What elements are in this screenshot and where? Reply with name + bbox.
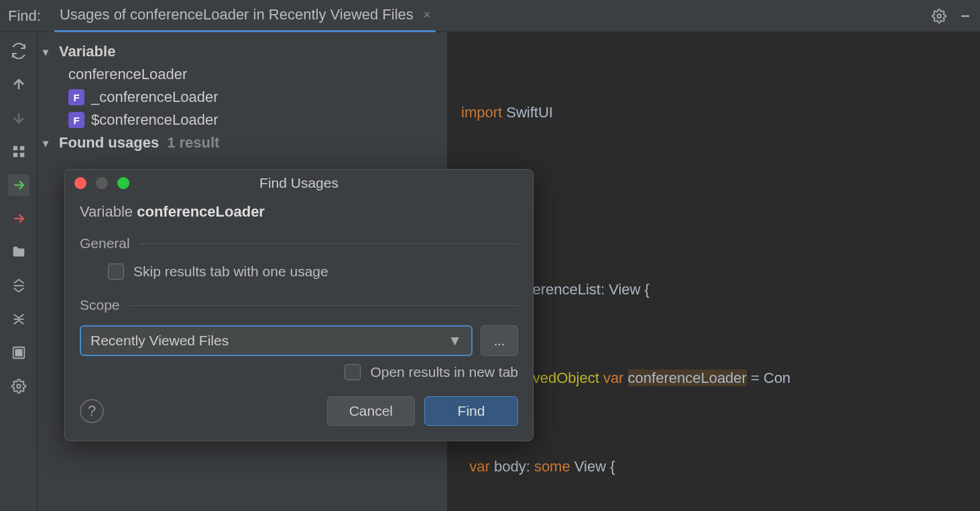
minimize-icon[interactable] <box>959 9 972 23</box>
svg-rect-2 <box>13 146 17 150</box>
arrow-down-icon[interactable] <box>8 107 29 129</box>
svg-point-0 <box>937 14 941 18</box>
skip-results-checkbox[interactable] <box>108 264 124 280</box>
maximize-window-icon[interactable] <box>117 177 129 189</box>
left-toolbar <box>0 32 38 511</box>
tab-title: Usages of conferenceLoader in Recently V… <box>60 6 414 23</box>
dialog-subtitle: Variable conferenceLoader <box>80 203 518 221</box>
collapse-all-icon[interactable] <box>8 308 29 330</box>
expand-all-icon[interactable] <box>8 275 29 296</box>
svg-rect-3 <box>19 146 23 150</box>
field-icon: F <box>68 89 84 105</box>
svg-rect-9 <box>15 349 21 355</box>
tree-node-found-usages[interactable]: ▾ Found usages 1 result <box>43 131 442 154</box>
tree-node-variable[interactable]: ▾ Variable <box>43 40 442 63</box>
found-usages-count: 1 result <box>167 134 219 152</box>
scope-combobox[interactable]: Recently Viewed Files ▼ <box>80 325 473 356</box>
find-label: Find: <box>8 7 41 25</box>
minimize-window-icon[interactable] <box>96 177 108 189</box>
found-usages-label: Found usages <box>59 134 159 152</box>
top-bar: Find: Usages of conferenceLoader in Rece… <box>0 0 980 32</box>
find-usages-dialog: Find Usages Variable conferenceLoader Ge… <box>64 169 534 441</box>
svg-rect-4 <box>13 153 17 157</box>
tree-node-item[interactable]: F $conferenceLoader <box>68 109 442 131</box>
svg-rect-5 <box>19 153 23 157</box>
settings-icon[interactable] <box>8 376 29 397</box>
open-new-tab-checkbox[interactable] <box>345 364 361 380</box>
item-label: _conferenceLoader <box>91 89 219 106</box>
scope-section-header: Scope <box>80 297 518 313</box>
skip-results-label: Skip results tab with one usage <box>133 264 328 280</box>
find-button[interactable]: Find <box>424 396 518 426</box>
close-window-icon[interactable] <box>74 177 86 189</box>
preview-icon[interactable] <box>8 342 29 363</box>
find-tab[interactable]: Usages of conferenceLoader in Recently V… <box>54 0 436 32</box>
arrow-up-icon[interactable] <box>8 74 29 95</box>
tree-node-item[interactable]: conferenceLoader <box>68 63 442 86</box>
forward-green-icon[interactable] <box>8 174 29 196</box>
field-icon: F <box>68 112 84 128</box>
tree-node-item[interactable]: F _conferenceLoader <box>68 86 442 109</box>
group-icon[interactable] <box>8 141 29 162</box>
scope-value: Recently Viewed Files <box>90 333 229 349</box>
chevron-down-icon[interactable]: ▾ <box>43 137 59 150</box>
chevron-down-icon[interactable]: ▾ <box>43 46 59 58</box>
svg-point-10 <box>17 384 21 388</box>
dialog-titlebar[interactable]: Find Usages <box>65 170 533 196</box>
help-button[interactable]: ? <box>80 399 104 423</box>
variable-group-label: Variable <box>59 43 115 60</box>
close-icon[interactable]: × <box>424 8 431 22</box>
skip-results-row[interactable]: Skip results tab with one usage <box>80 264 518 280</box>
open-new-tab-row[interactable]: Open results in new tab <box>80 364 518 380</box>
variable-name: conferenceLoader <box>68 66 187 83</box>
chevron-down-icon: ▼ <box>448 333 462 349</box>
cancel-button[interactable]: Cancel <box>327 396 415 426</box>
forward-red-icon[interactable] <box>8 208 29 229</box>
scope-more-button[interactable]: ... <box>481 325 518 356</box>
refresh-icon[interactable] <box>8 40 29 62</box>
general-section-header: General <box>80 235 518 251</box>
open-new-tab-label: Open results in new tab <box>370 364 518 380</box>
gear-icon[interactable] <box>932 9 946 23</box>
dialog-title: Find Usages <box>259 175 339 191</box>
folder-icon[interactable] <box>8 241 29 263</box>
item-label: $conferenceLoader <box>91 111 219 129</box>
